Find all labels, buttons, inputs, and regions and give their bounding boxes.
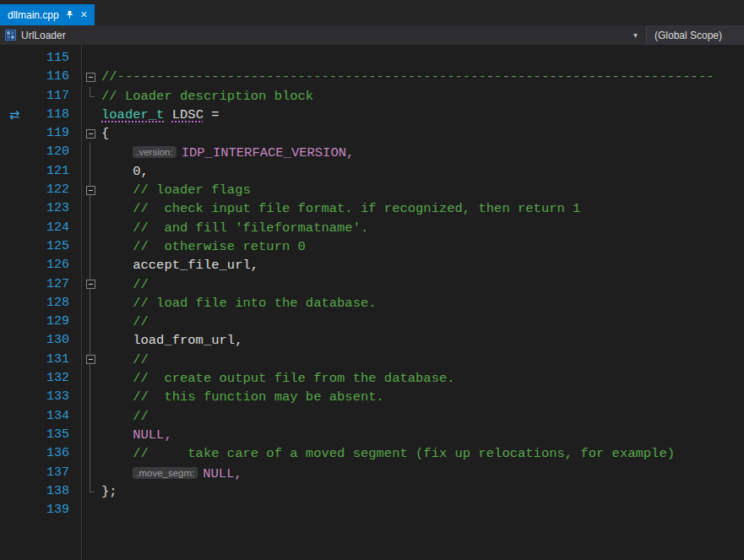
inline-hint-chip: .move_segm: bbox=[133, 467, 198, 479]
fold-collapse-button[interactable] bbox=[86, 186, 95, 195]
fold-margin bbox=[81, 49, 100, 68]
code-line[interactable]: 122 // loader flags bbox=[0, 181, 744, 199]
code-line[interactable]: 117// Loader description block bbox=[0, 87, 744, 106]
code-token: load_from_url, bbox=[101, 333, 242, 348]
fold-margin bbox=[81, 106, 100, 124]
fold-margin bbox=[81, 162, 100, 181]
glyph-margin bbox=[0, 219, 29, 237]
code-text: // Loader description block bbox=[100, 87, 313, 106]
code-token: loader_t bbox=[101, 107, 164, 122]
code-line[interactable]: 131 // bbox=[0, 351, 744, 369]
line-number[interactable]: 134 bbox=[29, 407, 81, 426]
glyph-margin bbox=[0, 464, 29, 482]
code-line[interactable]: 134 // bbox=[0, 407, 744, 426]
code-line[interactable]: 128 // load file into the database. bbox=[0, 294, 744, 313]
code-token: { bbox=[101, 126, 109, 141]
code-line[interactable]: 130 load_from_url, bbox=[0, 331, 744, 350]
code-token: // Loader description block bbox=[101, 89, 313, 104]
inline-hint-chip: .version: bbox=[133, 146, 176, 158]
line-number[interactable]: 115 bbox=[29, 49, 81, 68]
code-line[interactable]: ⇄118loader_t LDSC = bbox=[0, 106, 744, 124]
line-number[interactable]: 136 bbox=[29, 444, 81, 463]
fold-margin bbox=[81, 181, 100, 199]
fold-collapse-button[interactable] bbox=[86, 355, 95, 364]
fold-margin bbox=[81, 331, 100, 350]
scope-dropdown-left[interactable]: UrlLoader ▾ bbox=[0, 25, 646, 45]
code-line[interactable]: 123 // check input file format. if recog… bbox=[0, 199, 744, 218]
code-line[interactable]: 139 bbox=[0, 501, 744, 519]
code-text: 0, bbox=[100, 162, 149, 181]
glyph-margin bbox=[0, 49, 29, 68]
code-line[interactable]: 138}; bbox=[0, 482, 744, 501]
line-number[interactable]: 132 bbox=[29, 369, 81, 388]
code-line[interactable]: 132 // create output file from the datab… bbox=[0, 369, 744, 388]
line-number[interactable]: 122 bbox=[29, 181, 81, 199]
code-line[interactable]: 120 .version:IDP_INTERFACE_VERSION, bbox=[0, 143, 744, 161]
code-token: // otherwise return 0 bbox=[101, 239, 306, 254]
line-number[interactable]: 138 bbox=[29, 482, 81, 501]
line-number[interactable]: 133 bbox=[29, 388, 81, 406]
fold-collapse-button[interactable] bbox=[86, 280, 95, 289]
code-line[interactable]: 115 bbox=[0, 49, 744, 68]
code-line[interactable]: 135 NULL, bbox=[0, 426, 744, 444]
fold-margin bbox=[81, 482, 100, 501]
glyph-margin bbox=[0, 407, 29, 426]
fold-margin bbox=[81, 256, 100, 275]
fold-margin bbox=[81, 87, 100, 106]
close-icon[interactable]: ✕ bbox=[80, 10, 88, 19]
line-number[interactable]: 129 bbox=[29, 313, 81, 331]
code-line[interactable]: 124 // and fill 'fileformatname'. bbox=[0, 219, 744, 237]
scope-dropdown-right[interactable]: (Global Scope) bbox=[646, 25, 744, 45]
code-line[interactable]: 119{ bbox=[0, 124, 744, 143]
line-number[interactable]: 124 bbox=[29, 219, 81, 237]
code-line[interactable]: 116//-----------------------------------… bbox=[0, 68, 744, 86]
line-number[interactable]: 119 bbox=[29, 124, 81, 143]
glyph-margin bbox=[0, 199, 29, 218]
fold-margin bbox=[81, 199, 100, 218]
line-number[interactable]: 123 bbox=[29, 199, 81, 218]
code-line[interactable]: 133 // this function may be absent. bbox=[0, 388, 744, 406]
fold-margin bbox=[81, 426, 100, 444]
code-line[interactable]: 126 accept_file_url, bbox=[0, 256, 744, 275]
line-number[interactable]: 137 bbox=[29, 464, 81, 482]
code-line[interactable]: 127 // bbox=[0, 275, 744, 294]
code-line[interactable]: 125 // otherwise return 0 bbox=[0, 237, 744, 256]
line-number[interactable]: 126 bbox=[29, 256, 81, 275]
code-line[interactable]: 137 .move_segm:NULL, bbox=[0, 464, 744, 482]
chevron-down-icon[interactable]: ▾ bbox=[633, 30, 641, 40]
glyph-margin bbox=[0, 162, 29, 181]
fold-margin bbox=[81, 294, 100, 313]
fold-collapse-button[interactable] bbox=[86, 129, 95, 139]
code-text: // otherwise return 0 bbox=[100, 237, 306, 256]
pin-icon[interactable] bbox=[65, 10, 74, 19]
line-number[interactable]: 131 bbox=[29, 351, 81, 369]
line-number[interactable]: 121 bbox=[29, 162, 81, 181]
code-editor: 115116//--------------------------------… bbox=[0, 45, 744, 560]
code-text: //--------------------------------------… bbox=[100, 68, 714, 86]
glyph-margin bbox=[0, 124, 29, 143]
fold-collapse-button[interactable] bbox=[86, 73, 95, 82]
line-number[interactable]: 120 bbox=[29, 143, 81, 161]
line-number[interactable]: 116 bbox=[29, 68, 81, 86]
glyph-margin bbox=[0, 294, 29, 313]
glyph-margin bbox=[0, 87, 29, 106]
line-number[interactable]: 128 bbox=[29, 294, 81, 313]
line-number[interactable]: 117 bbox=[29, 87, 81, 106]
line-number[interactable]: 130 bbox=[29, 331, 81, 350]
code-text: // create output file from the database. bbox=[100, 369, 455, 388]
code-text: // load file into the database. bbox=[100, 294, 377, 313]
code-token: // loader flags bbox=[101, 182, 251, 198]
line-number[interactable]: 139 bbox=[29, 501, 81, 519]
line-number[interactable]: 118 bbox=[29, 106, 81, 124]
code-token: }; bbox=[101, 484, 117, 499]
line-number[interactable]: 127 bbox=[29, 275, 81, 294]
code-text: }; bbox=[100, 482, 117, 501]
code-line[interactable]: 136 // take care of a moved segment (fix… bbox=[0, 444, 744, 463]
line-number[interactable]: 135 bbox=[29, 426, 81, 444]
glyph-margin bbox=[0, 501, 29, 519]
line-number[interactable]: 125 bbox=[29, 237, 81, 256]
code-line[interactable]: 121 0, bbox=[0, 162, 744, 181]
code-line[interactable]: 129 // bbox=[0, 313, 744, 331]
glyph-margin bbox=[0, 444, 29, 463]
tab-dllmain[interactable]: dllmain.cpp ✕ bbox=[0, 4, 95, 25]
